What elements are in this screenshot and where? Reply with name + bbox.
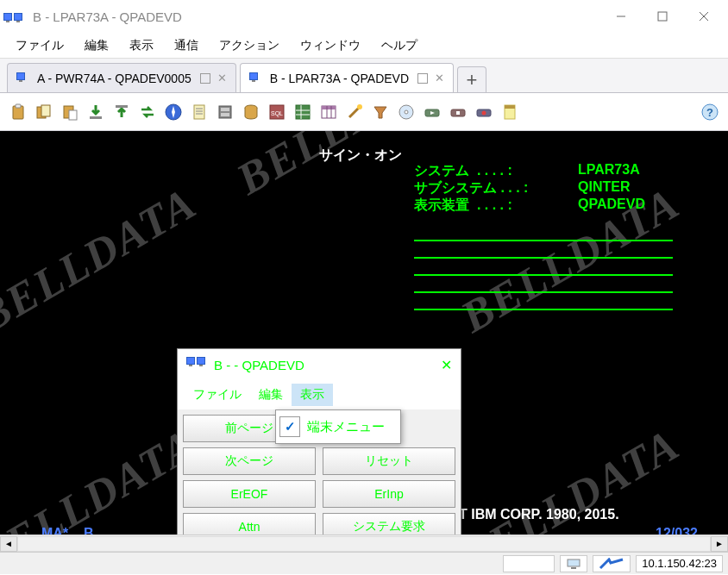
- status-indicator: [503, 555, 555, 572]
- erinp-button[interactable]: ErInp: [323, 480, 455, 508]
- status-icon: [560, 555, 587, 572]
- input-field[interactable]: [414, 257, 673, 259]
- help-icon[interactable]: ?: [699, 101, 721, 123]
- svg-rect-7: [41, 105, 50, 116]
- menu-action[interactable]: アクション: [209, 34, 290, 57]
- tab-maximize-icon[interactable]: [200, 73, 210, 84]
- label-display: 表示装置 . . . . :: [414, 197, 512, 215]
- connection-status-icon: [593, 555, 631, 572]
- tab-label: B - LPAR73A - QPADEVD: [270, 72, 409, 85]
- svg-rect-9: [69, 110, 77, 120]
- input-field[interactable]: [414, 291, 673, 293]
- scroll-right-icon[interactable]: ►: [711, 536, 728, 552]
- svg-point-33: [405, 110, 408, 114]
- value-system: LPAR73A: [578, 162, 640, 178]
- label-subsystem: サブシステム . . . :: [414, 179, 528, 197]
- dialog-menu-edit[interactable]: 編集: [250, 384, 292, 406]
- signon-header: サイン・オン: [319, 147, 402, 165]
- input-field[interactable]: [414, 240, 673, 241]
- close-button[interactable]: [683, 0, 725, 33]
- menu-edit[interactable]: 編集: [74, 34, 119, 57]
- keypad-dialog: B - - QPADEVD ✕ ファイル 編集 表示 ✓ 端末メニュー 前ページ…: [177, 348, 461, 534]
- svg-rect-19: [221, 113, 229, 116]
- note-icon[interactable]: [499, 101, 521, 123]
- tab-add-button[interactable]: +: [457, 66, 486, 92]
- sql-icon[interactable]: SQL: [266, 101, 288, 123]
- svg-rect-28: [322, 106, 336, 109]
- clipboard-icon[interactable]: [7, 101, 29, 123]
- svg-rect-23: [296, 105, 310, 119]
- menu-file[interactable]: ファイル: [5, 34, 74, 57]
- window-titlebar: B - LPAR73A - QPADEVD: [0, 0, 728, 33]
- menubar: ファイル 編集 表示 通信 アクション ウィンドウ ヘルプ: [0, 33, 728, 59]
- menu-comm[interactable]: 通信: [164, 34, 209, 57]
- doc-icon[interactable]: [188, 101, 210, 123]
- label-system: システム . . . . :: [414, 162, 512, 180]
- view-dropdown: ✓ 端末メニュー: [275, 409, 401, 444]
- tab-close-icon[interactable]: ✕: [435, 72, 444, 84]
- toolbar: SQL ?: [0, 93, 728, 131]
- filter-icon[interactable]: [369, 101, 392, 123]
- svg-rect-36: [456, 111, 460, 115]
- tab-session-a[interactable]: A - PWR74A - QPADEV0005 ✕: [7, 63, 236, 92]
- horizontal-scrollbar[interactable]: ◄ ►: [0, 534, 728, 552]
- cd-icon[interactable]: [395, 101, 417, 123]
- value-subsystem: QINTER: [578, 179, 630, 195]
- menu-window[interactable]: ウィンドウ: [290, 34, 371, 57]
- stop-icon[interactable]: [447, 101, 469, 123]
- tab-session-b[interactable]: B - LPAR73A - QPADEVD ✕: [240, 63, 454, 92]
- minimize-button[interactable]: [600, 0, 642, 33]
- server-icon[interactable]: [214, 101, 236, 123]
- paste-icon[interactable]: [59, 101, 81, 123]
- wand-icon[interactable]: [343, 101, 366, 123]
- compass-icon[interactable]: [162, 101, 185, 123]
- dialog-close-icon[interactable]: ✕: [441, 357, 452, 373]
- connection-address: 10.1.150.42:23: [636, 555, 723, 572]
- dialog-menu-file[interactable]: ファイル: [185, 384, 250, 406]
- next-page-button[interactable]: 次ページ: [183, 447, 316, 475]
- play-icon[interactable]: [421, 101, 443, 123]
- upload-icon[interactable]: [110, 101, 133, 123]
- statusbar: 10.1.150.42:23: [0, 552, 728, 574]
- grid-db-icon[interactable]: [292, 101, 314, 123]
- terminal-screen[interactable]: BELLDATA BELLDATA BELLDATA BELLDATA BELL…: [0, 131, 728, 534]
- dialog-titlebar: B - - QPADEVD ✕: [178, 349, 461, 380]
- input-field[interactable]: [414, 309, 673, 310]
- scroll-track[interactable]: [17, 536, 711, 552]
- svg-rect-1: [658, 12, 667, 21]
- check-icon: ✓: [279, 416, 300, 437]
- dialog-menu-view[interactable]: 表示: [292, 384, 333, 406]
- dropdown-item-terminal-menu[interactable]: ✓ 端末メニュー: [276, 410, 400, 443]
- dialog-menubar: ファイル 編集 表示: [178, 380, 461, 409]
- sysreq-button[interactable]: システム要求: [323, 513, 455, 534]
- transfer-icon[interactable]: [136, 101, 159, 123]
- status-left: MA* B: [41, 526, 93, 534]
- ereof-button[interactable]: ErEOF: [183, 480, 316, 508]
- svg-rect-11: [116, 105, 128, 108]
- dialog-title: B - - QPADEVD: [214, 358, 304, 372]
- svg-point-38: [482, 110, 486, 115]
- tab-maximize-icon[interactable]: [417, 73, 428, 84]
- menu-view[interactable]: 表示: [119, 34, 164, 57]
- svg-text:?: ?: [706, 106, 713, 119]
- record-icon[interactable]: [473, 101, 495, 123]
- svg-rect-5: [16, 104, 21, 108]
- db-stack-icon[interactable]: [240, 101, 262, 123]
- menu-help[interactable]: ヘルプ: [371, 34, 428, 57]
- tab-close-icon[interactable]: ✕: [217, 72, 227, 84]
- input-field[interactable]: [414, 274, 673, 276]
- maximize-button[interactable]: [642, 0, 683, 33]
- dropdown-label: 端末メニュー: [307, 419, 385, 435]
- terminal-icon: [249, 72, 265, 84]
- tab-label: A - PWR74A - QPADEV0005: [37, 72, 191, 85]
- svg-point-31: [357, 104, 362, 109]
- download-icon[interactable]: [85, 101, 107, 123]
- table-icon[interactable]: [317, 101, 340, 123]
- attn-button[interactable]: Attn: [183, 513, 316, 534]
- svg-rect-40: [505, 105, 515, 109]
- svg-rect-43: [568, 559, 580, 566]
- svg-text:SQL: SQL: [271, 110, 283, 117]
- scroll-left-icon[interactable]: ◄: [0, 536, 17, 552]
- reset-button[interactable]: リセット: [323, 447, 455, 475]
- copy-icon[interactable]: [33, 101, 55, 123]
